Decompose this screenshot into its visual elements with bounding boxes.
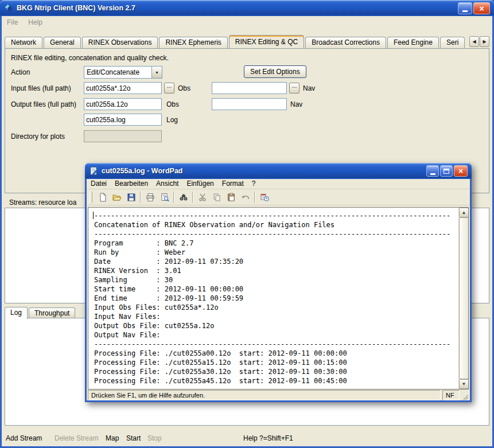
undo-icon [241,193,250,202]
save-file-icon [127,193,136,202]
find-button[interactable] [176,190,190,204]
help-shortcut-label[interactable]: Help ?=Shift+F1 [243,434,293,442]
toolbar-grip[interactable] [90,192,92,203]
undo-button [238,190,252,204]
tab-general[interactable]: General [44,37,81,48]
cut-button [195,190,209,204]
document-line: Processing File: ./cut0255a30.12o start:… [94,367,450,376]
menu-datei[interactable]: Datei [87,180,111,188]
vertical-scrollbar[interactable]: ▲ ▼ [458,208,468,389]
tab-rinex-observations[interactable]: RINEX Observations [82,37,158,48]
tab-network[interactable]: Network [5,37,42,48]
menu-bearbeiten[interactable]: Bearbeiten [111,180,152,188]
document-line: Sampling : 30 [94,275,450,285]
new-file-button[interactable] [95,190,110,204]
insert-datetime-button[interactable] [257,190,271,204]
toolbar-separator [192,192,193,203]
scroll-down-icon[interactable]: ▼ [459,379,469,389]
panel-description: RINEX file editing, concatenation and qu… [11,54,169,62]
log-tabbar: Log Throughput [5,306,76,318]
tab-broadcast-corrections[interactable]: Broadcast Corrections [305,37,386,48]
menu-format[interactable]: Format [218,180,248,188]
cut-icon [198,193,207,202]
document-line: Date : 2012-09-11 07:35:20 [94,257,450,266]
minimize-button[interactable] [458,2,472,14]
add-stream-button[interactable]: Add Stream [6,434,42,442]
document-area[interactable]: ----------------------------------------… [88,207,469,389]
menu-ansicht[interactable]: Ansicht [152,180,182,188]
wordpad-titlebar[interactable]: cut0255a.log - WordPad × [85,163,472,179]
bnc-main-window: BKG Ntrip Client (BNC) Version 2.7 × Fil… [0,0,494,448]
menu-hilfe[interactable]: ? [248,180,260,188]
document-line: Program : BNC 2.7 [94,239,450,248]
document-line: Output Nav File: [94,330,450,340]
open-file-button[interactable] [110,190,124,204]
input-obs-suffix-label: Obs [178,84,190,92]
menu-help[interactable]: Help [23,18,48,26]
close-icon: × [458,167,463,175]
toolbar-separator [140,192,141,203]
find-icon [179,193,188,202]
status-nf-badge: NF [442,390,460,400]
wordpad-statusbar: Drücken Sie F1, um die Hilfe aufzurufen.… [88,390,469,400]
document-line: Processing File: ./cut0255a15.12o start:… [94,358,450,367]
scroll-up-icon[interactable]: ▲ [459,208,469,217]
menu-einfuegen[interactable]: Einfügen [182,180,217,188]
tab-throughput[interactable]: Throughput [29,307,75,318]
document-line: Processing File: ./cut0255a00.12o start:… [94,349,450,358]
chevron-down-icon[interactable]: ▼ [151,67,162,78]
copy-icon [212,193,221,202]
document-line: Input Nav Files: [94,312,450,321]
document-line: Concatenation of RINEX Observation and/o… [94,220,450,229]
wordpad-app-icon [89,166,98,176]
wordpad-close-button[interactable]: × [454,165,468,177]
document-line: ----------------------------------------… [94,229,450,239]
output-nav-suffix-label: Nav [290,100,302,108]
input-obs-field[interactable] [84,82,162,94]
document-line: Output Obs File: cut0255a.12o [94,321,450,330]
document-line: ----------------------------------------… [94,211,450,220]
scrollbar-thumb[interactable] [459,217,469,379]
wordpad-window: cut0255a.log - WordPad × Datei Bearbeite… [85,163,472,402]
input-nav-browse-button[interactable]: ... [289,83,299,94]
tab-log[interactable]: Log [5,307,28,319]
save-file-button[interactable] [124,190,138,204]
paste-button[interactable] [224,190,238,204]
action-select[interactable]: Edit/Concatenate ▼ [84,66,162,79]
document-line: End time : 2012-09-11 00:59:59 [94,294,450,303]
tab-feed-engine[interactable]: Feed Engine [387,37,439,48]
tab-scroll-right-icon[interactable]: ▶ [480,36,489,47]
bnc-titlebar[interactable]: BKG Ntrip Client (BNC) Version 2.7 × [0,0,494,16]
input-obs-browse-button[interactable]: ... [164,83,174,94]
bnc-menubar: File Help [2,16,48,29]
print-preview-icon [160,193,169,202]
tab-rinex-ephemeris[interactable]: RINEX Ephemeris [159,37,227,48]
print-button[interactable] [143,190,157,204]
input-nav-suffix-label: Nav [303,84,315,92]
bnc-app-icon [4,3,13,13]
text-caret [93,212,94,219]
wordpad-maximize-button[interactable] [440,165,453,177]
delete-stream-button: Delete Stream [55,434,99,442]
print-preview-button[interactable] [157,190,172,204]
new-file-icon [98,193,107,202]
wordpad-minimize-button[interactable] [426,165,439,177]
insert-datetime-icon [260,193,269,202]
resize-grip-icon[interactable] [461,390,469,400]
input-nav-field[interactable] [212,82,287,94]
copy-button [209,190,224,204]
close-button[interactable]: × [473,2,490,14]
start-button[interactable]: Start [126,434,141,442]
set-edit-options-button[interactable]: Set Edit Options [244,65,306,78]
document-line: Processing File: ./cut0255a45.12o start:… [94,376,450,385]
output-log-field[interactable] [84,114,162,126]
tab-scroll-left-icon[interactable]: ◀ [469,36,479,47]
map-button[interactable]: Map [106,434,119,442]
menu-file[interactable]: File [2,18,23,26]
output-obs-field[interactable] [84,98,162,110]
document-text: ----------------------------------------… [94,211,450,385]
output-nav-field[interactable] [212,98,287,110]
tab-serial-truncated[interactable]: Seri [440,37,465,48]
tab-rinex-editing-qc[interactable]: RINEX Editing & QC [229,35,304,48]
main-tabbar: Network General RINEX Observations RINEX… [5,34,489,48]
